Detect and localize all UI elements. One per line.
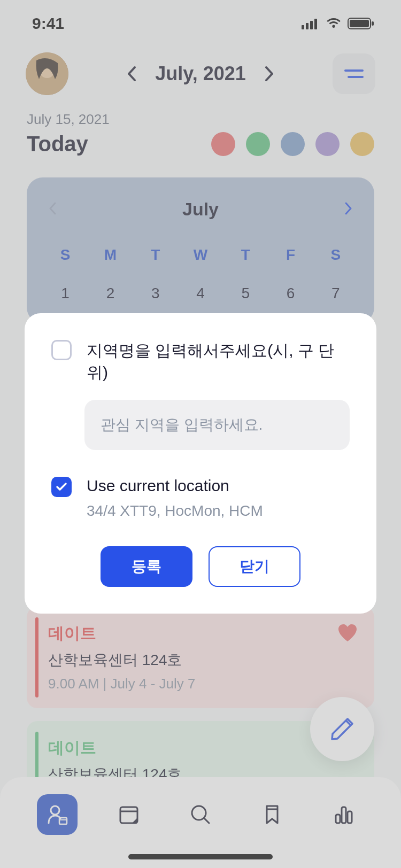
current-location-value: 34/4 XTT9, HocMon, HCM <box>87 502 350 520</box>
region-input[interactable]: 관심 지역을 입력하세요. <box>84 400 350 450</box>
register-button[interactable]: 등록 <box>101 546 192 587</box>
region-label: 지역명을 입력해서주세요(시, 구 단위) <box>87 340 350 384</box>
region-checkbox[interactable] <box>51 340 72 360</box>
check-icon <box>56 482 67 492</box>
use-location-checkbox[interactable] <box>51 477 72 497</box>
use-location-label: Use current location <box>87 477 350 495</box>
location-modal: 지역명을 입력해서주세요(시, 구 단위) 관심 지역을 입력하세요. Use … <box>25 313 376 614</box>
close-button[interactable]: 닫기 <box>209 546 300 587</box>
